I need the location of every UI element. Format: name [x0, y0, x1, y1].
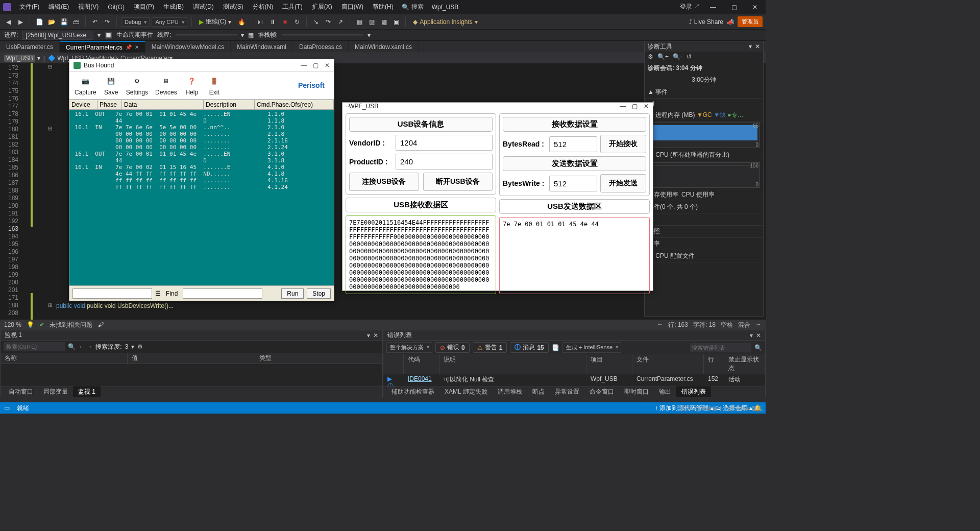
col-device[interactable]: Device [69, 100, 97, 109]
tab-usbparameter[interactable]: UsbParameter.cs [0, 41, 60, 53]
undo-icon[interactable]: ↶ [90, 17, 100, 27]
xaml2-icon[interactable]: ▨ [366, 17, 377, 27]
tab-mainxaml[interactable]: MainWindow.xaml [231, 41, 293, 53]
panel-dropdown-icon[interactable]: ▾ [749, 43, 752, 50]
lifecycle-icon[interactable]: 🔲 [105, 32, 112, 39]
title-search[interactable]: 🔍 搜索 [399, 3, 427, 11]
arrow-right-icon[interactable]: → [755, 321, 762, 329]
col-phase[interactable]: Phase [97, 100, 122, 109]
thread-dropdown[interactable] [176, 34, 237, 36]
zoomout-icon[interactable]: 🔍- [673, 53, 682, 60]
help-button[interactable]: ❓Help [184, 75, 200, 96]
min-icon[interactable]: — [620, 103, 626, 110]
depth-value[interactable]: 3 [125, 343, 129, 350]
menu-edit[interactable]: 编辑(E) [44, 1, 73, 13]
wpfusb-window[interactable]: ▫ WPF_USB —▢✕ USB设备信息 VendorID :1204 Pro… [342, 102, 653, 291]
max-icon[interactable]: ▢ [313, 62, 318, 69]
build-filter[interactable]: 生成 + IntelliSense [562, 342, 621, 353]
col-code[interactable]: 代码 [404, 354, 439, 374]
tool-tab[interactable]: 异常设置 [550, 387, 584, 397]
error-row[interactable]: ▶ ⓘIDE0041可以简化 Null 检查Wpf_USBCurrentPara… [383, 374, 765, 387]
feedback-icon[interactable]: 📣 [725, 17, 736, 27]
tool-tab[interactable]: 输出 [654, 387, 676, 397]
step-out-icon[interactable]: ↗ [335, 17, 346, 27]
frame-icon[interactable]: ▦ [248, 32, 254, 39]
restart-icon[interactable]: ↻ [292, 17, 302, 27]
recv-textbox[interactable]: 7E7E0002011516454E44FFFFFFFFFFFFFFFFFFFF… [346, 215, 496, 294]
diag-mem-hdr[interactable]: ▲ 进程内存 (MB) ▼GC ▼快 ●专… [645, 109, 763, 122]
zoom-label[interactable]: 120 % [4, 321, 21, 328]
bushound-titlebar[interactable]: Bus Hound —▢✕ [69, 59, 334, 71]
signin-link[interactable]: 登录 ↗ [680, 3, 700, 11]
search-icon[interactable]: 🔍 [68, 343, 76, 350]
config-dropdown[interactable]: Debug [121, 17, 150, 27]
tab-locals[interactable]: 局部变量 [38, 387, 73, 397]
tab-dataprocess[interactable]: DataProcess.cs [293, 41, 349, 53]
col-desc[interactable]: 说明 [439, 354, 586, 374]
col-data[interactable]: Data [122, 100, 204, 109]
live-share[interactable]: ⤴ Live Share [689, 18, 723, 26]
frame-dropdown[interactable] [282, 34, 363, 36]
dbg1-icon[interactable]: ⏯ [255, 17, 265, 27]
panel-dropdown-icon[interactable]: ▾ [750, 332, 753, 339]
app-insights-dropdown[interactable]: ◆ Application Insights ▾ [410, 17, 480, 27]
exit-button[interactable]: 🚪Exit [207, 75, 222, 96]
diag-events-hdr[interactable]: ▲ 事件 [645, 86, 763, 99]
bytesread-input[interactable]: 512 [549, 136, 597, 152]
reset-icon[interactable]: ↺ [687, 53, 692, 60]
menu-ext[interactable]: 扩展(X) [308, 1, 336, 13]
col-state[interactable]: 禁止显示状态 [724, 354, 765, 374]
search-icon[interactable]: 🔍 [754, 344, 762, 351]
pin-icon[interactable]: 📌 [126, 44, 132, 50]
panel-close-icon[interactable]: ✕ [755, 43, 760, 50]
diag-cpu-profile[interactable]: 录 CPU 配置文件 [645, 250, 763, 262]
filter-icon[interactable]: 📑 [552, 344, 559, 351]
save-button[interactable]: 💾Save [104, 75, 119, 96]
col-cmd[interactable]: Cmd.Phase.Ofs(rep) [255, 100, 334, 109]
capture-data[interactable]: 16.1 OUT 7e 7e 00 01 01 01 45 4e ......E… [69, 110, 334, 285]
encoding-mode[interactable]: 混合 [738, 321, 750, 329]
warnings-filter[interactable]: ⚠警告1 [473, 342, 507, 353]
byteswrite-input[interactable]: 512 [549, 176, 597, 191]
watch-tool-icon[interactable]: ⚙ [137, 343, 143, 350]
nav-fwd-icon[interactable]: ▶ [15, 17, 26, 27]
xaml3-icon[interactable]: ▩ [379, 17, 389, 27]
saveall-icon[interactable]: 🗃 [71, 17, 81, 27]
max-icon[interactable]: ▢ [632, 103, 638, 110]
step-over-icon[interactable]: ↷ [323, 17, 333, 27]
nav-back-icon[interactable]: ◀ [3, 17, 13, 27]
col-icon[interactable] [383, 354, 404, 374]
max-button[interactable]: ▢ [726, 2, 742, 13]
new-icon[interactable]: 📄 [34, 17, 44, 27]
menu-file[interactable]: 文件(F) [15, 1, 43, 13]
capture-button[interactable]: 📷Capture [75, 75, 96, 96]
tab-watch1[interactable]: 监视 1 [73, 387, 101, 397]
startrecv-button[interactable]: 开始接收 [600, 135, 646, 153]
redo-icon[interactable]: ↷ [102, 17, 112, 27]
watch-search-input[interactable] [4, 342, 65, 351]
tab-autos[interactable]: 自动窗口 [4, 387, 38, 397]
col-name[interactable]: 名称 [1, 353, 128, 364]
arrow-left-icon[interactable]: ← [657, 321, 663, 329]
stop-button[interactable]: Stop [307, 288, 331, 299]
bulb-icon[interactable]: 💡 [27, 321, 34, 328]
tool-tab[interactable]: XAML 绑定失败 [439, 387, 493, 397]
panel-close-icon[interactable]: ✕ [756, 332, 761, 339]
xaml1-icon[interactable]: ▦ [354, 17, 364, 27]
menu-debug[interactable]: 调试(D) [189, 1, 218, 13]
err-search-input[interactable] [690, 343, 751, 352]
col-proj[interactable]: 项目 [586, 354, 632, 374]
menu-view[interactable]: 视图(V) [74, 1, 103, 13]
vendor-input[interactable]: 1204 [396, 135, 493, 151]
panel-close-icon[interactable]: ✕ [373, 332, 378, 339]
xaml4-icon[interactable]: ▣ [391, 17, 401, 27]
gear-icon[interactable]: ⚙ [648, 53, 653, 60]
col-value[interactable]: 值 [128, 353, 255, 364]
menu-tools[interactable]: 工具(T) [278, 1, 306, 13]
platform-dropdown[interactable]: Any CPU [152, 17, 187, 27]
devices-button[interactable]: 🖥Devices [155, 75, 177, 96]
brush-icon[interactable]: 🖌 [97, 321, 104, 328]
menu-git[interactable]: Git(G) [104, 2, 129, 12]
diag-cpu-hdr[interactable]: ▲ CPU (所有处理器的百分比) [645, 149, 763, 161]
min-button[interactable]: — [705, 2, 721, 13]
